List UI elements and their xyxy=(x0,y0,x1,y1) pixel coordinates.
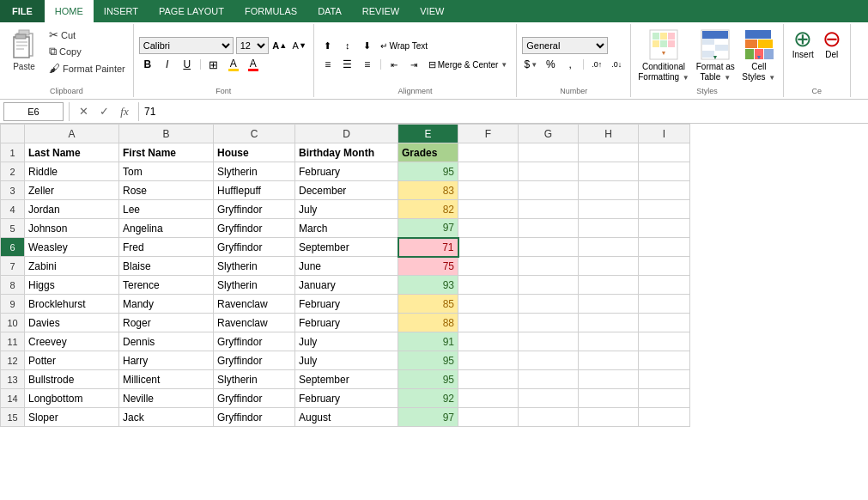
cell-11-C[interactable]: Gryffindor xyxy=(214,332,295,351)
cell-6-D[interactable]: September xyxy=(295,238,398,257)
row-number-5[interactable]: 5 xyxy=(1,219,25,238)
cell-5-B[interactable]: Angelina xyxy=(119,219,214,238)
cell-14-B[interactable]: Neville xyxy=(119,389,214,408)
cell-4-extra-2[interactable] xyxy=(579,200,639,219)
cell-12-A[interactable]: Potter xyxy=(25,351,119,370)
cell-14-extra-3[interactable] xyxy=(639,389,690,408)
cell-3-B[interactable]: Rose xyxy=(119,181,214,200)
cell-9-D[interactable]: February xyxy=(295,295,398,314)
format-painter-button[interactable]: 🖌 Format Painter xyxy=(46,61,128,76)
cell-styles-button[interactable]: ▼ CellStyles ▼ xyxy=(740,26,778,84)
cell-7-extra-2[interactable] xyxy=(579,257,639,276)
cell-7-extra-0[interactable] xyxy=(458,257,519,276)
cell-14-extra-1[interactable] xyxy=(519,389,579,408)
cell-14-D[interactable]: February xyxy=(295,389,398,408)
font-grow-button[interactable]: A▲ xyxy=(271,37,288,54)
cell-12-D[interactable]: July xyxy=(295,351,398,370)
cell-8-extra-2[interactable] xyxy=(579,276,639,295)
cell-15-E[interactable]: 97 xyxy=(398,408,458,427)
font-name-select[interactable]: Calibri xyxy=(139,37,234,54)
cell-15-D[interactable]: August xyxy=(295,408,398,427)
cell-4-D[interactable]: July xyxy=(295,200,398,219)
cell-7-extra-1[interactable] xyxy=(519,257,579,276)
currency-button[interactable]: $▼ xyxy=(522,56,539,73)
cell-12-extra-0[interactable] xyxy=(458,351,519,370)
spreadsheet-container[interactable]: ABCDEFGHI1Last NameFirst NameHouseBirthd… xyxy=(0,124,868,500)
cell-10-E[interactable]: 88 xyxy=(398,314,458,332)
cell-14-extra-0[interactable] xyxy=(458,389,519,408)
cell-11-extra-2[interactable] xyxy=(579,332,639,351)
cell-9-extra-0[interactable] xyxy=(458,295,519,314)
format-as-table-button[interactable]: ▼ Format asTable ▼ xyxy=(695,26,737,84)
cell-5-A[interactable]: Johnson xyxy=(25,219,119,238)
row-number-10[interactable]: 10 xyxy=(1,314,25,332)
cell-13-extra-1[interactable] xyxy=(519,370,579,389)
row-number-12[interactable]: 12 xyxy=(1,351,25,370)
cell-1-D[interactable]: Birthday Month xyxy=(295,143,398,162)
cell-13-D[interactable]: September xyxy=(295,370,398,389)
underline-button[interactable]: U xyxy=(179,56,196,73)
confirm-formula-button[interactable]: ✓ xyxy=(95,103,112,120)
conditional-formatting-button[interactable]: ▼ Conditional Formatting ▼ xyxy=(636,26,691,84)
cell-9-extra-2[interactable] xyxy=(579,295,639,314)
col-header-H[interactable]: H xyxy=(579,125,639,143)
cell-12-extra-3[interactable] xyxy=(639,351,690,370)
cell-2-E[interactable]: 95 xyxy=(398,162,458,181)
align-bottom-button[interactable]: ⬇ xyxy=(359,37,376,54)
cell-12-E[interactable]: 95 xyxy=(398,351,458,370)
cell-9-A[interactable]: Brocklehurst xyxy=(25,295,119,314)
tab-formulas[interactable]: FORMULAS xyxy=(234,0,307,22)
cell-15-B[interactable]: Jack xyxy=(119,408,214,427)
cell-4-C[interactable]: Gryffindor xyxy=(214,200,295,219)
increase-indent-button[interactable]: ⇥ xyxy=(405,56,422,73)
row-number-8[interactable]: 8 xyxy=(1,276,25,295)
cell-14-A[interactable]: Longbottom xyxy=(25,389,119,408)
bold-button[interactable]: B xyxy=(139,56,156,73)
cell-1-extra-1[interactable] xyxy=(519,143,579,162)
cell-8-extra-3[interactable] xyxy=(639,276,690,295)
cancel-formula-button[interactable]: ✕ xyxy=(75,103,92,120)
cell-3-extra-2[interactable] xyxy=(579,181,639,200)
cell-11-A[interactable]: Creevey xyxy=(25,332,119,351)
cell-4-extra-1[interactable] xyxy=(519,200,579,219)
col-header-C[interactable]: C xyxy=(214,125,295,143)
cell-1-C[interactable]: House xyxy=(214,143,295,162)
cell-8-C[interactable]: Slytherin xyxy=(214,276,295,295)
cell-10-extra-1[interactable] xyxy=(519,314,579,332)
cell-10-extra-3[interactable] xyxy=(639,314,690,332)
cell-10-A[interactable]: Davies xyxy=(25,314,119,332)
tab-insert[interactable]: INSERT xyxy=(94,0,149,22)
cell-6-C[interactable]: Gryffindor xyxy=(214,238,295,257)
cell-5-D[interactable]: March xyxy=(295,219,398,238)
tab-file[interactable]: FILE xyxy=(0,0,45,22)
cell-11-extra-1[interactable] xyxy=(519,332,579,351)
cell-8-extra-1[interactable] xyxy=(519,276,579,295)
cell-8-B[interactable]: Terence xyxy=(119,276,214,295)
row-number-4[interactable]: 4 xyxy=(1,200,25,219)
cell-7-D[interactable]: June xyxy=(295,257,398,276)
cell-4-E[interactable]: 82 xyxy=(398,200,458,219)
row-number-15[interactable]: 15 xyxy=(1,408,25,427)
cell-2-extra-2[interactable] xyxy=(579,162,639,181)
align-right-button[interactable]: ≡ xyxy=(359,56,376,73)
decrease-indent-button[interactable]: ⇤ xyxy=(385,56,403,73)
col-header-E[interactable]: E xyxy=(398,125,458,143)
cell-1-extra-2[interactable] xyxy=(579,143,639,162)
cell-8-A[interactable]: Higgs xyxy=(25,276,119,295)
cell-15-extra-3[interactable] xyxy=(639,408,690,427)
align-center-button[interactable]: ☰ xyxy=(339,56,356,73)
cell-3-extra-1[interactable] xyxy=(519,181,579,200)
align-left-button[interactable]: ≡ xyxy=(319,56,337,73)
cell-9-E[interactable]: 85 xyxy=(398,295,458,314)
align-top-button[interactable]: ⬆ xyxy=(319,37,337,54)
cell-1-extra-3[interactable] xyxy=(639,143,690,162)
cell-7-B[interactable]: Blaise xyxy=(119,257,214,276)
col-header-G[interactable]: G xyxy=(519,125,579,143)
cell-3-A[interactable]: Zeller xyxy=(25,181,119,200)
row-number-14[interactable]: 14 xyxy=(1,389,25,408)
cell-9-extra-3[interactable] xyxy=(639,295,690,314)
insert-button[interactable]: ⊕ Insert xyxy=(789,26,817,61)
paste-button[interactable]: Paste xyxy=(5,26,43,73)
cell-13-E[interactable]: 95 xyxy=(398,370,458,389)
cell-6-E[interactable]: 71 xyxy=(398,238,458,257)
